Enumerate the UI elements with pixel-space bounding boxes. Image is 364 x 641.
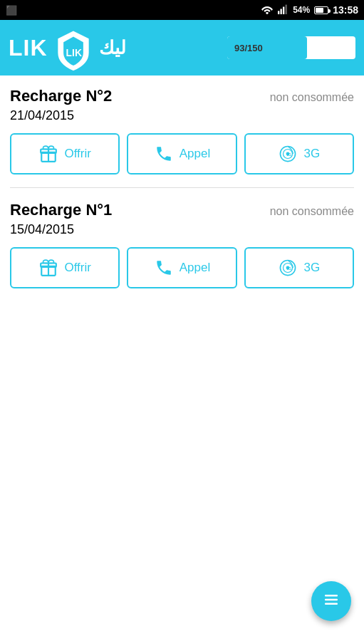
svg-rect-3 bbox=[286, 4, 287, 14]
progress-text: 93/150 bbox=[234, 43, 263, 53]
svg-rect-2 bbox=[283, 6, 284, 14]
signal-icon bbox=[277, 4, 288, 16]
svg-text:3G: 3G bbox=[287, 267, 292, 271]
recharge-2-3g-label: 3G bbox=[303, 147, 320, 161]
recharge-2-status: non consommée bbox=[270, 91, 354, 104]
recharge-2-appel-button[interactable]: Appel bbox=[127, 133, 236, 174]
gift-icon-2 bbox=[38, 258, 58, 278]
recharge-1-status: non consommée bbox=[270, 205, 354, 218]
logo-icon: LIK bbox=[55, 29, 92, 66]
menu-icon bbox=[323, 591, 340, 611]
recharge-1-appel-label: Appel bbox=[180, 261, 210, 275]
recharge-1-offrir-button[interactable]: Offrir bbox=[10, 247, 120, 288]
svg-rect-1 bbox=[281, 9, 282, 14]
phone-icon bbox=[154, 144, 174, 164]
3g-icon-2: 3G bbox=[278, 258, 298, 278]
svg-text:LIK: LIK bbox=[66, 47, 81, 58]
fab-menu-button[interactable] bbox=[311, 581, 351, 621]
svg-text:3G: 3G bbox=[287, 153, 292, 157]
logo-text: LIK bbox=[9, 35, 48, 61]
recharge-2-appel-label: Appel bbox=[180, 147, 210, 161]
status-bar: ⬛ 54% 13:58 bbox=[0, 0, 364, 20]
recharge-section-1: Recharge N°1 non consommée 15/04/2015 Of… bbox=[10, 201, 354, 288]
recharge-2-date: 21/04/2015 bbox=[10, 108, 354, 123]
status-right: 54% 13:58 bbox=[261, 4, 358, 16]
gift-icon bbox=[38, 144, 58, 164]
svg-rect-20 bbox=[325, 599, 338, 601]
recharge-1-3g-label: 3G bbox=[303, 261, 320, 275]
recharge-1-date: 15/04/2015 bbox=[10, 222, 354, 237]
svg-rect-19 bbox=[325, 595, 338, 597]
recharge-2-offrir-button[interactable]: Offrir bbox=[10, 133, 120, 174]
content-area: Recharge N°2 non consommée 21/04/2015 Of… bbox=[0, 75, 364, 313]
wifi-icon bbox=[261, 4, 273, 16]
recharge-1-buttons: Offrir Appel bbox=[10, 247, 354, 288]
recharge-1-appel-button[interactable]: Appel bbox=[127, 247, 236, 288]
progress-container: 93/150 bbox=[227, 36, 355, 59]
section-divider bbox=[10, 187, 354, 188]
time-display: 13:58 bbox=[333, 4, 358, 16]
recharge-2-offrir-label: Offrir bbox=[64, 147, 90, 161]
screenshot-icon: ⬛ bbox=[6, 5, 17, 16]
logo-arabic: ليك bbox=[99, 37, 126, 59]
battery-icon bbox=[314, 6, 328, 14]
recharge-1-title: Recharge N°1 bbox=[10, 201, 112, 219]
recharge-2-header: Recharge N°2 non consommée bbox=[10, 87, 354, 105]
phone-icon-2 bbox=[154, 258, 174, 278]
recharge-1-3g-button[interactable]: 3G 3G bbox=[244, 247, 354, 288]
svg-rect-0 bbox=[278, 11, 279, 14]
app-header: LIK LIK ليك 93/150 bbox=[0, 20, 364, 75]
battery-text: 54% bbox=[293, 5, 310, 15]
recharge-1-header: Recharge N°1 non consommée bbox=[10, 201, 354, 219]
3g-icon: 3G bbox=[278, 144, 298, 164]
status-left: ⬛ bbox=[6, 5, 17, 16]
svg-rect-21 bbox=[325, 603, 338, 605]
recharge-section-2: Recharge N°2 non consommée 21/04/2015 Of… bbox=[10, 87, 354, 174]
recharge-1-offrir-label: Offrir bbox=[64, 261, 90, 275]
recharge-2-3g-button[interactable]: 3G 3G bbox=[244, 133, 354, 174]
recharge-2-buttons: Offrir Appel bbox=[10, 133, 354, 174]
recharge-2-title: Recharge N°2 bbox=[10, 87, 112, 105]
